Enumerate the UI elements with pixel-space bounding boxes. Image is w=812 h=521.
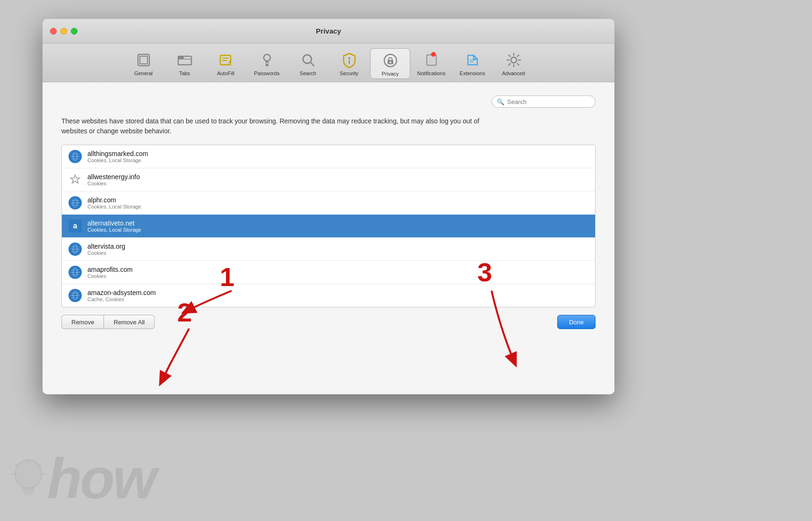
toolbar-item-notifications[interactable]: Notifications bbox=[411, 48, 451, 79]
traffic-lights bbox=[50, 28, 78, 35]
search-label: Search bbox=[300, 70, 316, 76]
done-button[interactable]: Done bbox=[557, 315, 596, 329]
toolbar-item-passwords[interactable]: Passwords bbox=[247, 48, 287, 79]
website-row[interactable]: allthingsmarked.com Cookies, Local Stora… bbox=[62, 145, 595, 168]
svg-point-0 bbox=[15, 460, 42, 488]
toolbar-item-autofill[interactable]: AutoFill bbox=[206, 48, 246, 79]
content-area: 🔍 These websites have stored data that c… bbox=[43, 82, 614, 394]
site-info: alternativeto.net Cookies, Local Storage bbox=[87, 219, 141, 233]
privacy-icon bbox=[381, 52, 399, 69]
maximize-button[interactable] bbox=[71, 28, 78, 35]
site-type: Cookies bbox=[87, 181, 140, 186]
svg-rect-2 bbox=[23, 490, 34, 493]
svg-line-6 bbox=[39, 464, 41, 467]
passwords-label: Passwords bbox=[254, 70, 280, 76]
extensions-label: Extensions bbox=[460, 70, 485, 76]
remove-all-button[interactable]: Remove All bbox=[104, 315, 155, 329]
svg-rect-12 bbox=[178, 56, 184, 59]
site-name: alphr.com bbox=[87, 196, 141, 204]
toolbar-item-search[interactable]: Search bbox=[288, 48, 328, 79]
site-name: allthingsmarked.com bbox=[87, 150, 148, 157]
tabs-icon bbox=[176, 51, 194, 69]
svg-point-23 bbox=[348, 57, 350, 59]
website-row[interactable]: amaprofits.com Cookies bbox=[62, 261, 595, 284]
globe-icon bbox=[69, 289, 82, 302]
svg-rect-10 bbox=[140, 56, 147, 64]
notification-badge bbox=[431, 52, 436, 57]
advanced-label: Advanced bbox=[502, 70, 525, 76]
site-type: Cache, Cookies bbox=[87, 296, 156, 302]
mac-window: Privacy General Tabs bbox=[43, 19, 614, 394]
svg-marker-39 bbox=[71, 175, 80, 183]
svg-point-33 bbox=[511, 57, 517, 63]
site-name: allwestenergy.info bbox=[87, 173, 140, 181]
globe-icon bbox=[69, 266, 82, 279]
privacy-label: Privacy bbox=[381, 71, 398, 77]
website-row[interactable]: alphr.com Cookies, Local Storage bbox=[62, 191, 595, 215]
globe-icon bbox=[69, 243, 82, 256]
advanced-icon bbox=[505, 51, 523, 69]
globe-icon bbox=[69, 150, 82, 163]
toolbar: General Tabs Auto bbox=[43, 43, 614, 82]
watermark-label: how bbox=[47, 450, 155, 507]
search-row: 🔍 bbox=[61, 96, 596, 108]
svg-rect-26 bbox=[389, 61, 391, 63]
site-info: altervista.org Cookies bbox=[87, 243, 125, 256]
buttons-row: Remove Remove All Done bbox=[61, 315, 596, 329]
svg-line-21 bbox=[311, 62, 314, 66]
title-bar: Privacy bbox=[43, 19, 614, 43]
website-row[interactable]: altervista.org Cookies bbox=[62, 238, 595, 261]
security-icon bbox=[340, 51, 358, 69]
website-row[interactable]: allwestenergy.info Cookies bbox=[62, 168, 595, 191]
site-info: allwestenergy.info Cookies bbox=[87, 173, 140, 186]
svg-point-19 bbox=[266, 62, 268, 64]
svg-point-17 bbox=[264, 54, 270, 61]
toolbar-item-privacy[interactable]: Privacy bbox=[370, 48, 410, 79]
svg-rect-1 bbox=[22, 487, 35, 490]
blue-a-icon: a bbox=[69, 219, 82, 233]
svg-rect-3 bbox=[24, 493, 33, 495]
site-type: Cookies bbox=[87, 273, 133, 279]
toolbar-item-advanced[interactable]: Advanced bbox=[493, 48, 534, 79]
description-text: These websites have stored data that can… bbox=[61, 116, 487, 136]
notifications-label: Notifications bbox=[417, 70, 446, 76]
site-info: alphr.com Cookies, Local Storage bbox=[87, 196, 141, 209]
window-title: Privacy bbox=[316, 27, 341, 35]
toolbar-item-tabs[interactable]: Tabs bbox=[164, 48, 205, 79]
toolbar-item-general[interactable]: General bbox=[123, 48, 164, 79]
search-icon: 🔍 bbox=[497, 98, 504, 105]
star-icon bbox=[69, 173, 82, 186]
site-type: Cookies, Local Storage bbox=[87, 157, 148, 163]
search-input[interactable] bbox=[507, 98, 590, 105]
search-box[interactable]: 🔍 bbox=[492, 96, 596, 108]
toolbar-item-extensions[interactable]: Extensions bbox=[452, 48, 492, 79]
remove-button-group: Remove Remove All bbox=[61, 315, 155, 329]
extensions-icon bbox=[464, 51, 482, 69]
site-name: amaprofits.com bbox=[87, 266, 133, 273]
site-type: Cookies, Local Storage bbox=[87, 204, 141, 209]
autofill-icon bbox=[217, 51, 235, 69]
site-info: allthingsmarked.com Cookies, Local Stora… bbox=[87, 150, 148, 163]
general-icon bbox=[135, 51, 153, 69]
remove-button[interactable]: Remove bbox=[61, 315, 104, 329]
site-type: Cookies, Local Storage bbox=[87, 227, 141, 233]
site-name: alternativeto.net bbox=[87, 219, 141, 227]
globe-icon bbox=[69, 196, 82, 209]
site-info: amaprofits.com Cookies bbox=[87, 266, 133, 279]
website-row[interactable]: a alternativeto.net Cookies, Local Stora… bbox=[62, 215, 595, 238]
passwords-icon bbox=[258, 51, 276, 69]
svg-line-5 bbox=[16, 464, 18, 467]
site-name: amazon-adsystem.com bbox=[87, 289, 156, 296]
autofill-label: AutoFill bbox=[217, 70, 234, 76]
general-label: General bbox=[134, 70, 153, 76]
search-toolbar-icon bbox=[299, 51, 317, 69]
website-list-scroll[interactable]: allthingsmarked.com Cookies, Local Stora… bbox=[62, 145, 595, 307]
site-name: altervista.org bbox=[87, 243, 125, 250]
minimize-button[interactable] bbox=[60, 28, 67, 35]
website-row[interactable]: amazon-adsystem.com Cache, Cookies bbox=[62, 284, 595, 307]
site-info: amazon-adsystem.com Cache, Cookies bbox=[87, 289, 156, 302]
toolbar-item-security[interactable]: Security bbox=[329, 48, 369, 79]
security-label: Security bbox=[340, 70, 359, 76]
watermark: how bbox=[9, 450, 155, 507]
close-button[interactable] bbox=[50, 28, 57, 35]
